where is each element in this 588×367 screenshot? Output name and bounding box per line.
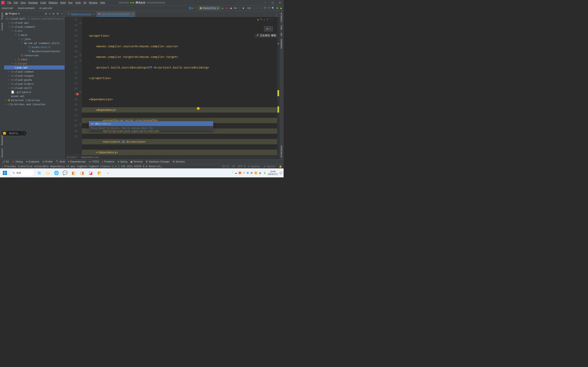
menu-help[interactable]: Help — [99, 1, 106, 4]
window-minimize[interactable]: ─ — [263, 1, 268, 4]
toolwin-terminal[interactable]: ▣ Terminal — [130, 160, 143, 163]
indent-info[interactable]: 4 spaces — [248, 165, 260, 168]
menu-edit[interactable]: Edit — [12, 1, 19, 4]
tray-chevron-icon[interactable]: ˄ — [232, 172, 233, 174]
run-button[interactable]: ▶ — [222, 7, 224, 9]
search-everywhere-icon[interactable]: 🔍 — [272, 7, 275, 9]
toolwin-profiler[interactable]: ◷ Profiler — [42, 160, 53, 163]
menu-view[interactable]: View — [19, 1, 27, 4]
menu-run[interactable]: Run — [67, 1, 74, 4]
taskbar-vscode[interactable]: ⧉ — [35, 169, 43, 176]
code-completion-popup[interactable]: <> dependency Press Enter to insert, Tab… — [89, 121, 213, 131]
chat-float[interactable]: 😀 说点什么... ‹ — [1, 131, 27, 136]
menu-git[interactable]: Git — [82, 1, 87, 4]
toolwin-debug-bottom[interactable]: 🐞 Debug — [12, 160, 23, 163]
toolwin-dependencies[interactable]: ≡ Dependencies — [68, 160, 86, 163]
close-tab-icon[interactable]: × — [132, 12, 134, 15]
tray-clock[interactable]: 10:46 2023/1/11 — [268, 170, 278, 175]
menu-window[interactable]: Window — [87, 1, 99, 4]
git-pull-icon[interactable]: ✓ — [253, 7, 255, 9]
caret-position[interactable]: 32:11 — [222, 165, 229, 168]
toolwin-problems[interactable]: ● Problems — [102, 160, 114, 163]
tray-onedrive-icon[interactable]: ☁ — [235, 172, 237, 174]
actions-icon[interactable]: ⋮ — [238, 7, 241, 9]
menu-navigate[interactable]: Navigate — [27, 1, 39, 4]
expand-all-icon[interactable]: ≡ — [49, 12, 51, 15]
tabs-more-icon[interactable]: ⋮ — [276, 14, 278, 17]
project-panel-title[interactable]: ▤ Project ▾ — [5, 12, 20, 15]
breadcrumb[interactable]: cloud-mall〉 cloud-comment〉 mpom.xml — [0, 7, 52, 10]
stop-button[interactable]: ■ — [242, 7, 244, 9]
taskbar-app1[interactable]: ◧ — [70, 169, 77, 176]
toolwin-commit[interactable]: Commit — [0, 21, 4, 32]
system-tray[interactable]: ˄ ☁ A 🛡 英 拼 📶 🔊 🔋 10:46 2023/1/11 💬 — [232, 170, 282, 175]
panel-settings-icon[interactable]: ⚙ — [57, 12, 59, 15]
window-close[interactable]: ✕ — [277, 1, 282, 4]
project-tree[interactable]: ▾🗀cloud-mall C:\Users\zed\Desktop\cloud … — [4, 17, 65, 159]
taskbar-intellij[interactable]: ◪ — [87, 169, 94, 176]
tray-ime-lang[interactable]: 英 — [247, 171, 249, 175]
next-tip-link[interactable]: Next Tip — [142, 127, 153, 129]
status-tooltip-icon[interactable]: ▢ — [2, 165, 3, 168]
git-rollback-icon[interactable]: ↶ — [268, 7, 270, 9]
toolwin-notifications[interactable]: Notifications — [280, 144, 283, 159]
tray-notifications-icon[interactable]: 💬 — [279, 172, 282, 174]
tray-battery-icon[interactable]: 🔋 — [263, 172, 266, 174]
toolwin-project[interactable]: Project — [0, 11, 4, 21]
coverage-button[interactable]: ◆ — [230, 7, 232, 9]
toolwin-build-bottom[interactable]: 🔨 Build — [56, 160, 65, 163]
toolwin-spring[interactable]: ❀ Spring — [117, 160, 127, 163]
start-button[interactable] — [1, 169, 9, 176]
file-encoding[interactable]: UTF-8 — [238, 165, 245, 168]
vcs-undo-icon[interactable]: ↶ — [194, 7, 196, 9]
git-push-icon[interactable]: ↗ — [260, 7, 262, 9]
tray-shield-icon[interactable]: 🛡 — [243, 172, 245, 174]
tab-pom-xml[interactable]: m pom.xml (cloud-comment) × — [96, 11, 135, 17]
toolwin-database[interactable]: Database — [280, 38, 283, 50]
tray-a-icon[interactable]: A — [239, 172, 241, 174]
lock-icon[interactable]: 🔒 — [279, 165, 282, 168]
git-branch[interactable]: ⎇ master — [263, 165, 276, 168]
editor-breadcrumb[interactable]: project〉 dependencies〉 — [65, 155, 279, 159]
close-tab-icon[interactable]: × — [93, 13, 95, 16]
taskbar-chrome[interactable]: 🌐 — [53, 169, 60, 176]
collapse-all-icon[interactable]: ≣ — [52, 12, 54, 15]
maven-reload-float[interactable]: m × — [264, 26, 273, 31]
git-commit-icon[interactable]: ✓ — [256, 7, 259, 9]
chat-collapse-icon[interactable]: ‹ — [23, 131, 26, 135]
taskbar-recording[interactable]: ● — [104, 169, 112, 176]
menu-file[interactable]: File — [6, 1, 12, 4]
toolwin-todo[interactable]: ≔ TODO — [89, 160, 99, 163]
tray-ime-mode[interactable]: 拼 — [251, 171, 253, 175]
debug-button[interactable]: 🐞 — [225, 7, 228, 9]
line-ending[interactable]: LF — [232, 165, 235, 168]
taskbar-explorer[interactable]: 🗂 — [44, 169, 52, 176]
toolwin-est[interactable]: est — [280, 31, 283, 38]
run-config-select[interactable]: ⬢ BaiduAiTest ▾ — [198, 6, 220, 10]
settings-icon[interactable]: ⚙ — [276, 7, 278, 9]
window-maximize[interactable]: ▢ — [270, 1, 275, 4]
menu-build[interactable]: Build — [59, 1, 67, 4]
toolwin-services[interactable]: ⚙ Services — [173, 160, 185, 163]
taskbar-app2[interactable]: ◨ — [78, 169, 86, 176]
tray-wifi-icon[interactable]: 📶 — [254, 172, 257, 174]
profile-button[interactable]: ⟳▾ — [233, 7, 237, 9]
taskbar-tencent[interactable]: 💬 — [61, 169, 69, 176]
menu-tools[interactable]: Tools — [74, 1, 82, 4]
editor-body[interactable]: 13 14 15 16 17 18 19 20 21 22 23 24 25 2… — [65, 17, 279, 155]
toolwin-endpoints[interactable]: ✦ Endpoints — [26, 160, 39, 163]
inspection-summary[interactable]: ▲9 △1 ˄˅ — [257, 18, 274, 21]
plugin-icon[interactable]: ◆ — [280, 7, 282, 9]
git-history-icon[interactable]: ⏱ — [264, 7, 266, 9]
select-opened-icon[interactable]: ⊕ — [45, 12, 47, 15]
toolwin-dbchanges[interactable]: 🛢 Database Changes — [145, 160, 170, 163]
toolwin-maven[interactable]: m Maven — [280, 11, 283, 24]
code-content[interactable]: <properties> <maven.compiler.source>8</m… — [82, 17, 279, 155]
menu-refactor[interactable]: Refactor — [47, 1, 59, 4]
menu-code[interactable]: Code — [39, 1, 47, 4]
taskbar-sublime[interactable]: ◩ — [95, 169, 103, 176]
hide-panel-icon[interactable]: — — [61, 12, 63, 15]
tray-volume-icon[interactable]: 🔊 — [259, 172, 262, 174]
taskbar-search[interactable]: 🔍 搜索 — [10, 170, 34, 176]
toolwin-structure[interactable]: Structure — [0, 147, 4, 159]
